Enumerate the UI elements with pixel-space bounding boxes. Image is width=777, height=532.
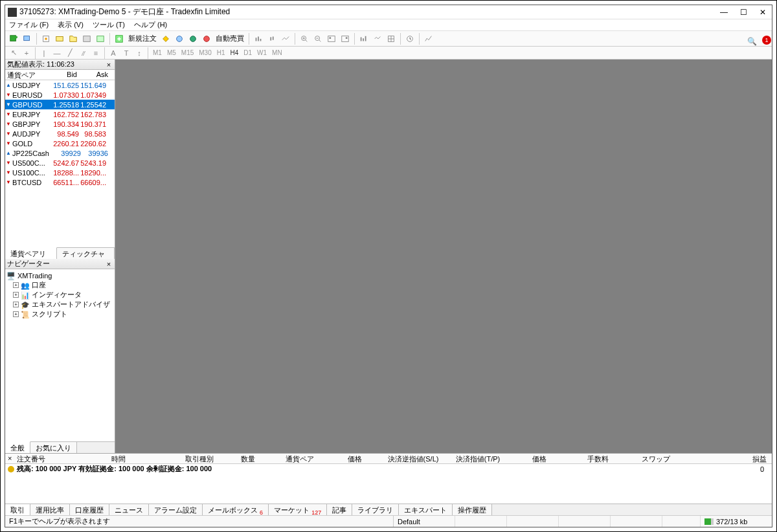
period-dropdown[interactable] [404, 33, 416, 45]
vertical-line-button[interactable]: | [38, 47, 50, 59]
menu-help[interactable]: ヘルプ (H) [134, 20, 167, 30]
terminal-tab[interactable]: 記事 [327, 504, 352, 515]
tab-common[interactable]: 全般 [5, 441, 30, 453]
vps-button[interactable] [187, 33, 199, 45]
fibonacci-button[interactable]: ≡ [90, 47, 102, 59]
terminal-close[interactable]: × [8, 454, 12, 462]
close-button[interactable]: ✕ [759, 8, 767, 17]
expand-icon[interactable]: + [13, 311, 19, 317]
market-watch-row[interactable]: ▼AUDJPY98.54998.583 [5, 129, 115, 139]
market-watch-row[interactable]: ▲JP225Cash3992939936 [5, 148, 115, 158]
navigator-button[interactable] [67, 33, 79, 45]
market-watch-list[interactable]: ▲USDJPY151.625151.649▼EURUSD1.073301.073… [5, 80, 115, 247]
text-button[interactable]: A [107, 47, 119, 59]
market-watch-close[interactable]: × [105, 61, 113, 69]
periods-button[interactable] [372, 33, 383, 45]
col-sl[interactable]: 決済逆指値(S/L) [381, 454, 445, 463]
terminal-tab[interactable]: ニュース [109, 504, 149, 515]
market-watch-row[interactable]: ▼GOLD2260.212260.62 [5, 139, 115, 148]
zoom-in-button[interactable] [298, 33, 310, 45]
terminal-tab[interactable]: メールボックス 6 [203, 504, 269, 515]
col-size[interactable]: 数量 [225, 454, 271, 463]
market-watch-row[interactable]: ▼GBPJPY190.334190.371 [5, 119, 115, 129]
bar-chart-button[interactable] [253, 33, 264, 45]
col-type[interactable]: 取引種別 [174, 454, 225, 463]
navigator-close[interactable]: × [105, 260, 113, 268]
tree-scripts[interactable]: +📜スクリプト [6, 309, 113, 319]
market-watch-row[interactable]: ▲USDJPY151.625151.649 [5, 80, 115, 90]
trendline-button[interactable]: ╱ [64, 47, 76, 59]
search-icon[interactable]: 🔍 [747, 37, 757, 46]
status-connection[interactable]: 372/13 kb [701, 516, 772, 527]
col-symbol[interactable]: 通貨ペア [5, 70, 47, 80]
terminal-tab[interactable]: エキスパート [399, 504, 453, 515]
tab-symbol-list[interactable]: 通貨ペアリスト [5, 247, 57, 259]
new-order-label[interactable]: 新規注文 [127, 34, 158, 43]
col-price2[interactable]: 価格 [510, 454, 569, 463]
new-chart-button[interactable] [8, 33, 19, 45]
tf-h4[interactable]: H4 [229, 49, 241, 56]
grid-button[interactable] [423, 33, 434, 45]
market-watch-row[interactable]: ▼US500C...5242.675243.19 [5, 158, 115, 168]
market-watch-button[interactable] [40, 33, 52, 45]
text-label-button[interactable]: T [120, 47, 132, 59]
zoom-out-button[interactable] [312, 33, 324, 45]
chart-shift-button[interactable] [339, 33, 351, 45]
status-profile[interactable]: Default [394, 516, 455, 527]
terminal-button[interactable] [81, 33, 93, 45]
menu-file[interactable]: ファイル (F) [9, 20, 49, 30]
horizontal-line-button[interactable]: — [51, 47, 63, 59]
tree-indicators[interactable]: +📊インディケータ [6, 290, 113, 300]
tf-mn[interactable]: MN [270, 49, 284, 56]
col-swap[interactable]: スワップ [627, 454, 685, 463]
market-watch-row[interactable]: ▼GBPUSD1.255181.25542 [5, 100, 115, 109]
channel-button[interactable]: ⫽ [77, 47, 89, 59]
terminal-tab[interactable]: 口座履歴 [70, 504, 109, 515]
maximize-button[interactable]: ☐ [739, 8, 747, 17]
col-commission[interactable]: 手数料 [569, 454, 627, 463]
terminal-tab[interactable]: 運用比率 [30, 504, 70, 515]
market-watch-row[interactable]: ▼EURJPY162.752162.783 [5, 109, 115, 119]
tf-m15[interactable]: M15 [179, 49, 196, 56]
strategy-tester-button[interactable] [95, 33, 106, 45]
auto-trade-label[interactable]: 自動売買 [214, 34, 245, 43]
terminal-tab[interactable]: 操作履歴 [453, 504, 492, 515]
tf-m1[interactable]: M1 [151, 49, 164, 56]
menu-tools[interactable]: ツール (T) [93, 20, 125, 30]
auto-scroll-button[interactable] [326, 33, 337, 45]
balance-row[interactable]: 残高: 100 000 JPY 有効証拠金: 100 000 余剰証拠金: 10… [5, 464, 772, 474]
market-watch-row[interactable]: ▼BTCUSD66511...66609... [5, 177, 115, 187]
tree-accounts[interactable]: +👥口座 [6, 280, 113, 290]
expand-icon[interactable]: + [13, 282, 19, 288]
col-time[interactable]: 時間 [63, 454, 174, 463]
candle-chart-button[interactable] [266, 33, 278, 45]
col-bid[interactable]: Bid [47, 70, 79, 80]
col-profit[interactable]: 損益 [685, 454, 772, 463]
new-order-icon[interactable] [113, 33, 125, 45]
metaquotes-button[interactable] [160, 33, 172, 45]
templates-button[interactable] [385, 33, 397, 45]
terminal-tab[interactable]: ライブラリ [352, 504, 399, 515]
tf-h1[interactable]: H1 [215, 49, 227, 56]
terminal-tab[interactable]: マーケット 127 [269, 504, 327, 515]
market-watch-row[interactable]: ▼US100C...18288...18290... [5, 168, 115, 177]
data-window-button[interactable] [54, 33, 65, 45]
crosshair-button[interactable]: + [21, 47, 32, 59]
menu-view[interactable]: 表示 (V) [58, 20, 84, 30]
tf-d1[interactable]: D1 [242, 49, 254, 56]
navigator-tree[interactable]: 🖥️XMTrading +👥口座 +📊インディケータ +🎓エキスパートアドバイザ… [5, 269, 115, 441]
profiles-button[interactable] [21, 33, 33, 45]
arrows-button[interactable]: ↕ [133, 47, 145, 59]
col-ask[interactable]: Ask [79, 70, 110, 80]
signals-button[interactable] [174, 33, 185, 45]
terminal-tab[interactable]: 取引 [5, 504, 30, 515]
expand-icon[interactable]: + [13, 292, 19, 298]
terminal-tab[interactable]: アラーム設定 [149, 504, 203, 515]
tab-tick-chart[interactable]: ティックチャート [57, 248, 115, 259]
market-watch-row[interactable]: ▼EURUSD1.073301.07349 [5, 90, 115, 100]
cursor-button[interactable]: ↖ [8, 47, 19, 59]
minimize-button[interactable]: — [720, 8, 728, 17]
col-tp[interactable]: 決済指値(T/P) [445, 454, 510, 463]
col-price[interactable]: 価格 [329, 454, 381, 463]
expand-icon[interactable]: + [13, 302, 19, 307]
